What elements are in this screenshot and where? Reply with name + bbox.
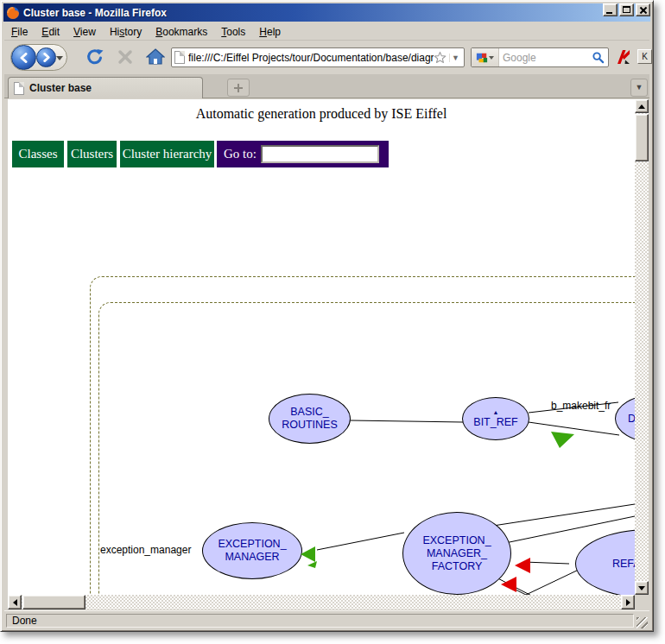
stop-button[interactable] [114,46,136,68]
url-dropdown-icon[interactable]: ▼ [449,54,461,62]
close-button[interactable] [636,3,650,16]
tab-title: Cluster base [29,82,92,94]
new-tab-button[interactable] [227,79,250,97]
kaspersky-icon[interactable] [615,48,632,66]
k-addon-button[interactable]: K [637,49,652,64]
search-engine-button[interactable] [472,48,499,66]
forward-button[interactable] [36,47,56,67]
arrow-right-icon [626,599,630,606]
titlebar: Cluster base - Mozilla Firefox [3,3,650,22]
status-text: Done [6,614,634,628]
scrollbar-corner [635,595,649,609]
horizontal-scrollbar[interactable] [8,595,635,609]
page-icon [174,51,185,64]
scroll-left-button[interactable] [8,595,22,609]
menu-bar: File Edit View History Bookmarks Tools H… [4,23,649,41]
search-input[interactable] [499,52,592,64]
menu-bookmarks[interactable]: Bookmarks [149,24,214,40]
diagram-arrowheads [8,99,635,595]
tab-list-dropdown-button[interactable]: ▼ [630,79,648,97]
scroll-down-button[interactable] [635,581,649,595]
tab-page-icon [14,82,24,95]
back-forward-group [10,44,67,71]
menu-view[interactable]: View [66,24,103,40]
window-title: Cluster base - Mozilla Firefox [23,7,167,19]
navigation-toolbar: ▼ [4,41,649,73]
history-dropdown-icon[interactable] [56,56,63,60]
vertical-scrollbar[interactable] [635,99,649,595]
minimize-button[interactable] [603,3,618,16]
menu-file[interactable]: File [4,24,35,40]
vertical-scroll-thumb[interactable] [635,114,649,161]
maximize-icon [623,6,630,13]
menu-tools[interactable]: Tools [214,24,252,40]
maximize-button[interactable] [619,3,634,16]
home-button[interactable] [144,46,167,68]
arrow-left-icon [13,599,17,606]
arrow-up-icon [638,104,645,109]
menu-history[interactable]: History [103,24,149,40]
menu-help[interactable]: Help [252,24,288,40]
google-icon [476,52,488,64]
scroll-right-button[interactable] [621,595,635,609]
bookmark-star-icon[interactable] [434,51,446,64]
search-bar [471,47,609,67]
horizontal-scroll-thumb[interactable] [22,595,86,609]
reload-button[interactable] [84,46,106,68]
back-button[interactable] [11,45,36,70]
minimize-icon [606,12,612,14]
arrow-down-icon [638,586,645,590]
url-bar: ▼ [171,47,465,67]
firefox-logo-icon [6,6,20,20]
url-input[interactable] [188,52,434,64]
search-magnifier-icon[interactable] [592,51,605,64]
browser-window: Cluster base - Mozilla Firefox File Edit… [0,0,654,632]
menu-edit[interactable]: Edit [35,24,66,40]
search-engine-dropdown-icon [489,56,494,60]
status-bar: Done [4,610,649,630]
plus-icon-bar [238,84,239,92]
tab-strip: Cluster base ▼ [4,74,649,98]
page-content: Automatic generation produced by ISE Eif… [8,99,635,595]
tab-cluster-base[interactable]: Cluster base [8,77,203,98]
scroll-up-button[interactable] [635,99,649,113]
resize-grip-icon[interactable] [636,617,648,628]
